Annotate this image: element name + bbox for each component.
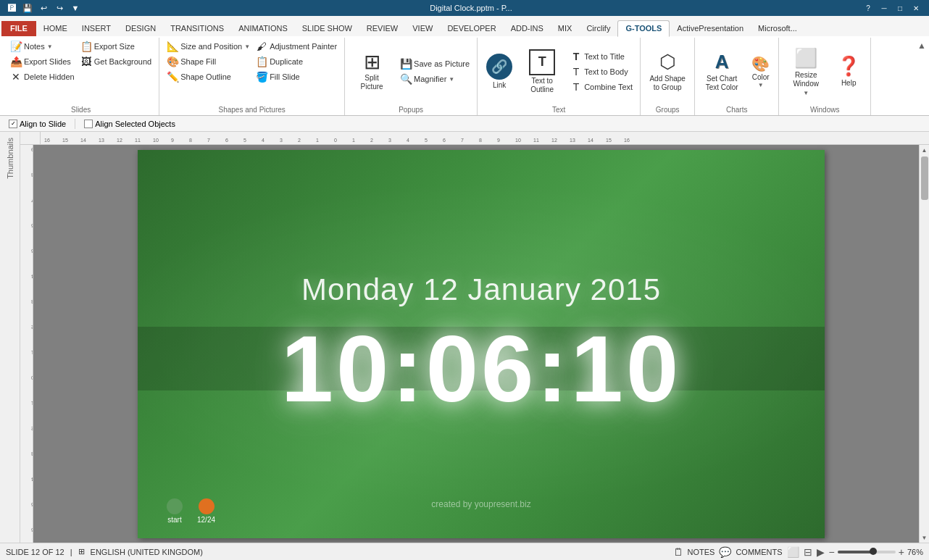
zoom-thumb[interactable] (870, 548, 877, 555)
comments-status-button[interactable]: 💬 (719, 546, 731, 558)
export-slides-icon: 📤 (10, 56, 22, 67)
split-picture-button[interactable]: ⊞ Split Picture (349, 49, 394, 94)
tab-home[interactable]: HOME (36, 21, 75, 36)
set-chart-text-color-icon: A (715, 51, 729, 73)
ribbon-collapse[interactable]: ▲ (917, 38, 926, 115)
export-size-button[interactable]: 📋 Export Size (78, 39, 155, 54)
shape-outline-button[interactable]: ✏️ Shape Outline (164, 70, 253, 84)
tab-animations[interactable]: ANIMATIONS (231, 21, 295, 36)
scroll-down-button[interactable]: ▼ (920, 532, 929, 543)
duplicate-icon: 📋 (256, 56, 267, 67)
svg-text:13: 13 (570, 138, 575, 143)
text-to-outline-button[interactable]: T Text to Outline (520, 46, 565, 97)
scroll-up-button[interactable]: ▲ (920, 145, 929, 155)
zoom-slider[interactable] (838, 551, 896, 553)
outline-view-button[interactable]: ⊟ (804, 546, 812, 558)
duplicate-button[interactable]: 📋 Duplicate (253, 54, 340, 69)
1224-button-item: 12/24 (197, 498, 215, 524)
minimize-button[interactable]: ─ (877, 1, 891, 15)
status-right: 🗒 NOTES 💬 COMMENTS ⬜ ⊟ ▶ − + 76% (673, 546, 923, 558)
get-background-button[interactable]: 🖼 Get Background (78, 54, 155, 69)
help-ribbon-icon: ❓ (837, 55, 860, 78)
combine-text-button[interactable]: T Combine Text (567, 80, 636, 94)
align-to-slide-item[interactable]: ✓ Align to Slide (6, 119, 69, 129)
text-to-outline-icon: T (529, 49, 555, 75)
zoom-out-button[interactable]: − (829, 546, 835, 558)
tab-file[interactable]: FILE (1, 21, 36, 36)
fill-slide-label: Fill Slide (270, 72, 300, 81)
undo-icon[interactable]: ↩ (38, 2, 49, 14)
text-to-body-button[interactable]: T Text to Body (567, 64, 636, 79)
start-button-circle[interactable] (167, 498, 183, 514)
scroll-thumb[interactable] (921, 156, 928, 200)
magnifier-button[interactable]: 🔍 Magnifier ▼ (397, 72, 472, 86)
export-slides-button[interactable]: 📤 Export Slides (7, 54, 78, 69)
size-position-label: Size and Position (180, 42, 242, 51)
more-commands-icon[interactable]: ▼ (70, 2, 81, 14)
tab-addins[interactable]: ADD-INS (504, 21, 551, 36)
notes-status-button[interactable]: 🗒 (673, 546, 683, 558)
1224-button-circle[interactable] (199, 498, 214, 514)
tab-developer[interactable]: DEVELOPER (440, 21, 503, 36)
size-position-icon: 📐 (167, 41, 178, 52)
help-ribbon-button[interactable]: ❓ Help (831, 52, 866, 91)
add-shape-group-button[interactable]: ⬡ Add Shape to Group (645, 48, 690, 95)
magnifier-dropdown-icon: ▼ (449, 76, 454, 83)
slides-group-content: 📝 Notes ▼ 📤 Export Slides ✕ Delete Hidde… (7, 39, 154, 114)
tab-microsoft[interactable]: Microsoft... (751, 21, 804, 36)
tab-design[interactable]: DESIGN (118, 21, 163, 36)
vertical-scrollbar[interactable]: ▲ ▼ (919, 145, 929, 543)
slide[interactable]: Monday 12 January 2015 10:06:10 created … (138, 150, 825, 538)
align-to-slide-checkbox[interactable]: ✓ (9, 120, 17, 128)
tab-review[interactable]: REVIEW (359, 21, 405, 36)
align-selected-checkbox[interactable] (84, 120, 93, 128)
tab-slideshow[interactable]: SLIDE SHOW (295, 21, 359, 36)
combine-text-label: Combine Text (584, 83, 633, 91)
adjustment-painter-button[interactable]: 🖌 Adjustment Painter (253, 39, 340, 54)
svg-text:6: 6 (31, 527, 33, 532)
powerpoint-icon: 🅿 (6, 2, 17, 14)
delete-hidden-button[interactable]: ✕ Delete Hidden (7, 70, 78, 84)
shapes-col2: 🖌 Adjustment Painter 📋 Duplicate 🪣 Fill … (253, 39, 340, 84)
zoom-in-button[interactable]: + (899, 546, 904, 558)
ribbon: 📝 Notes ▼ 📤 Export Slides ✕ Delete Hidde… (0, 36, 929, 116)
shape-outline-label: Shape Outline (180, 72, 231, 81)
svg-text:15: 15 (62, 138, 68, 143)
svg-text:3: 3 (280, 138, 283, 143)
fill-slide-button[interactable]: 🪣 Fill Slide (253, 70, 340, 84)
close-button[interactable]: ✕ (909, 1, 923, 15)
tab-view[interactable]: VIEW (405, 21, 440, 36)
save-as-picture-button[interactable]: 💾 Save as Picture (397, 57, 472, 71)
help-button[interactable]: ? (861, 1, 875, 15)
get-background-label: Get Background (94, 57, 152, 66)
split-picture-icon: ⊞ (364, 52, 380, 72)
tab-gtools[interactable]: G-TOOLS (617, 20, 670, 37)
ruler-corner (20, 132, 41, 145)
maximize-button[interactable]: □ (893, 1, 907, 15)
ribbon-group-windows: ⬜ Resize Window ▼ ❓ Help Windows (779, 38, 871, 115)
tab-insert[interactable]: INSERT (75, 21, 118, 36)
color-button[interactable]: 🎨 Color ▼ (747, 54, 774, 90)
link-button[interactable]: 🔗 Link (482, 51, 517, 93)
notes-button[interactable]: 📝 Notes ▼ (7, 39, 78, 54)
text-to-title-button[interactable]: T Text to Title (567, 49, 636, 64)
tab-transitions[interactable]: TRANSITIONS (163, 21, 231, 36)
tab-circlify[interactable]: Circlify (579, 21, 617, 36)
notes-dropdown-icon: ▼ (47, 43, 53, 50)
slide-counter: SLIDE 12 OF 12 (6, 548, 64, 556)
svg-text:12: 12 (551, 138, 557, 143)
save-icon[interactable]: 💾 (22, 2, 33, 14)
svg-text:4: 4 (407, 138, 409, 143)
set-chart-text-color-button[interactable]: A Set Chart Text Color (699, 48, 744, 95)
normal-view-button[interactable]: ⬜ (787, 546, 799, 558)
tab-activepresentation[interactable]: ActivePresentation (670, 21, 751, 36)
tab-mix[interactable]: MIX (551, 21, 580, 36)
align-selected-objects-item[interactable]: Align Selected Objects (81, 119, 178, 129)
redo-icon[interactable]: ↪ (54, 2, 65, 14)
resize-window-button[interactable]: ⬜ Resize Window ▼ (783, 44, 828, 99)
shape-fill-button[interactable]: 🎨 Shape Fill (164, 54, 253, 69)
split-picture-label: Split Picture (354, 74, 390, 91)
size-position-button[interactable]: 📐 Size and Position ▼ (164, 39, 253, 54)
slideshow-button[interactable]: ▶ (817, 546, 825, 558)
text-group-content: 🔗 Link T Text to Outline T Text to Title… (482, 39, 636, 114)
